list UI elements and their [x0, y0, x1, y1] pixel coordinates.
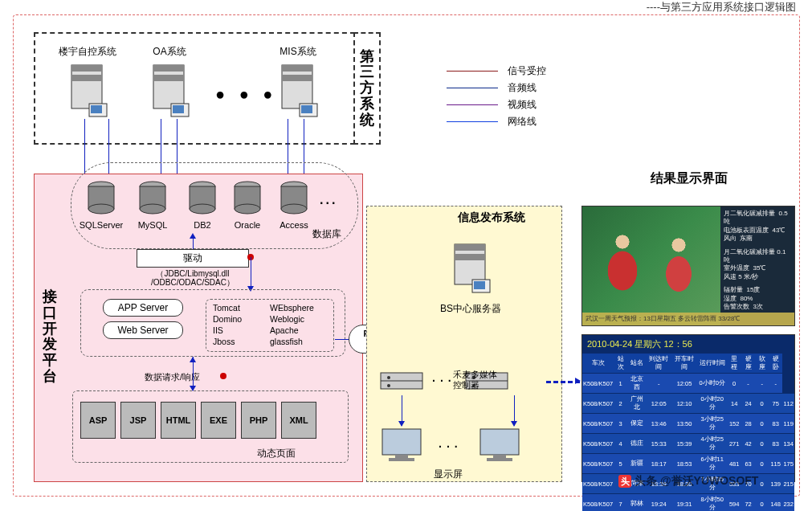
database-icon — [85, 180, 117, 215]
database-icon — [278, 180, 310, 215]
table-header: 开车时间 — [671, 354, 697, 374]
svg-rect-2 — [71, 75, 102, 81]
db-db2: DB2 — [178, 180, 226, 230]
db-label: SQLServer — [77, 220, 125, 230]
db-label: Oracle — [223, 220, 271, 230]
table-row: K508/K5075新疆18:1718:536小时11分481630115175 — [582, 454, 794, 474]
db-sqlserver: SQLServer — [77, 180, 125, 230]
svg-rect-4 — [91, 105, 102, 113]
connector-line — [251, 257, 251, 289]
webserver-tag: Web Server — [103, 321, 183, 339]
server-label: MIS系统 — [268, 45, 328, 59]
server-icon — [147, 59, 192, 121]
table-row: K508/K5073保定13:4613:503小时25分15228083119 — [582, 414, 794, 434]
legend-row: 音频线 — [447, 81, 546, 95]
svg-rect-6 — [153, 65, 184, 72]
server-icon — [275, 59, 320, 121]
table-header: 车次 — [582, 354, 614, 374]
table-header: 软座 — [755, 354, 769, 374]
monitor-icon — [377, 426, 426, 468]
legend-row: 信号受控 — [447, 64, 546, 78]
server-mis: MIS系统 — [268, 42, 328, 123]
server-label: OA系统 — [140, 45, 199, 59]
connector-line — [193, 238, 194, 249]
svg-rect-11 — [282, 65, 312, 72]
table-header: 站次 — [614, 354, 627, 374]
platform-vertical-label: 接口开发平台 — [42, 289, 58, 385]
db-access: Access — [270, 180, 318, 230]
svg-rect-32 — [455, 254, 485, 260]
table-header: 里程 — [727, 354, 741, 374]
db-mysql: MySQL — [129, 180, 177, 230]
database-icon — [137, 180, 169, 215]
svg-rect-9 — [173, 105, 184, 113]
svg-rect-48 — [487, 458, 512, 461]
legend-label: 网络线 — [508, 115, 537, 129]
tech-html: HTML — [161, 402, 196, 439]
db-oracle: Oracle — [223, 180, 271, 230]
table-row: K508/K5071北京西-12:050小时0分0--- — [582, 374, 794, 394]
toutiao-icon: 头 — [618, 475, 631, 488]
svg-rect-14 — [301, 105, 312, 113]
legend-label: 视频线 — [508, 98, 537, 112]
node-dot — [220, 373, 226, 379]
table-row: K508/K5077郭林19:2419:318小时50分594720148232 — [582, 494, 794, 512]
database-icon — [186, 180, 218, 215]
legend: 信号受控 音频线 视频线 网络线 — [447, 64, 546, 132]
diagram-title: ----与第三方应用系统接口逻辑图 — [647, 0, 796, 14]
bs-central-server: BS中心服务器 — [440, 241, 501, 316]
legend-line-icon — [447, 71, 498, 72]
monitor-row: ··· — [377, 426, 524, 468]
legend-row: 网络线 — [447, 115, 546, 129]
svg-point-20 — [140, 204, 165, 214]
arrow-icon — [190, 233, 196, 239]
database-icon — [231, 180, 263, 215]
info-publish-title: 信息发布系统 — [458, 211, 525, 225]
dynamic-pages-label: 动态页面 — [257, 447, 296, 460]
monitor-icon — [475, 426, 524, 468]
table-header: 硬卧 — [769, 354, 782, 374]
server-software-list: TomcatWEbsphere DominoWeblogic IISApache… — [206, 299, 334, 352]
result-overlay-panel: 月二氧化碳减排量 0.5吨 电池板表面温度 43℃ 风向 东南 月二氧化碳减排量… — [720, 206, 794, 325]
svg-rect-47 — [493, 455, 506, 458]
request-response-label: 数据请求/响应 — [145, 371, 200, 383]
db-label: DB2 — [178, 220, 226, 230]
svg-rect-43 — [382, 429, 421, 455]
server-oa: OA系统 — [140, 42, 199, 123]
svg-point-17 — [88, 204, 114, 214]
tech-row: ASP JSP HTML EXE PHP XML — [80, 402, 316, 439]
photo-placeholder — [582, 206, 722, 314]
watermark: 头头条 @誉沃YUWOSOFT — [618, 474, 758, 489]
svg-rect-31 — [455, 244, 485, 251]
svg-point-26 — [235, 204, 260, 214]
server-label: 楼宇自控系统 — [58, 45, 117, 59]
legend-row: 视频线 — [447, 98, 546, 112]
table-header: 硬座 — [741, 354, 755, 374]
server-icon — [448, 241, 493, 299]
table-row: K508/K5072广州北12:0512:100小时20分1424075112 — [582, 394, 794, 414]
svg-point-37 — [387, 376, 390, 379]
table-row: K508/K5074德庄15:3315:394小时25分27142083134 — [582, 434, 794, 454]
legend-label: 音频线 — [508, 81, 537, 95]
svg-rect-12 — [282, 75, 312, 81]
svg-rect-34 — [474, 281, 485, 289]
ellipsis-icon: ··· — [439, 440, 463, 453]
arrow-icon — [575, 378, 581, 384]
bs-server-label: BS中心服务器 — [440, 302, 501, 316]
result-ticker: 武汉一周天气预报：13日星期五 多云转雷阵雨 33/28℃ — [582, 313, 794, 325]
server-tags: APP Server Web Server — [103, 299, 183, 344]
svg-rect-1 — [71, 65, 102, 72]
svg-rect-44 — [395, 455, 408, 458]
controller-label: 禾麦多媒体控制器 — [453, 370, 497, 390]
connector-line — [335, 339, 349, 340]
db-label: Access — [270, 220, 318, 230]
tech-xml: XML — [281, 402, 316, 439]
svg-rect-46 — [480, 429, 519, 455]
svg-point-38 — [387, 384, 390, 387]
thirdparty-vertical-label: 第三方系统 — [353, 32, 381, 145]
arrow-icon — [190, 357, 196, 362]
tech-exe: EXE — [201, 402, 236, 439]
legend-label: 信号受控 — [508, 64, 546, 78]
driver-block: 驱动 （JDBC/Libmysql.dll/ODBC/ODAC/SDAC） — [137, 249, 249, 287]
svg-point-23 — [190, 204, 215, 214]
